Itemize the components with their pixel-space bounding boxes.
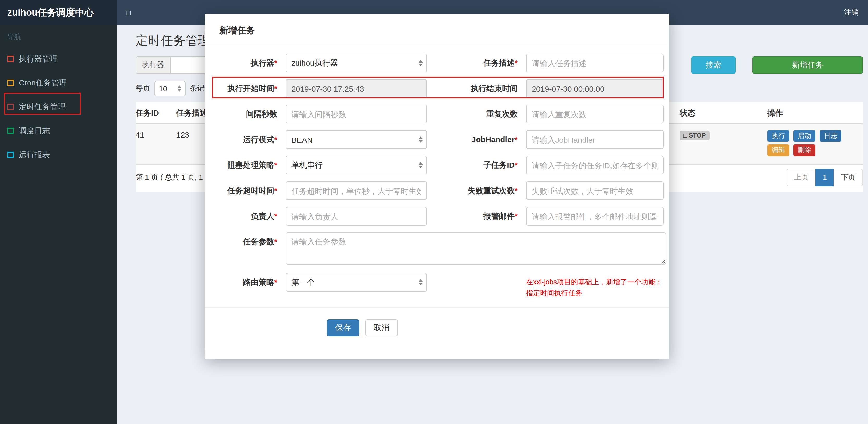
sidebar-item-label: 运行报表 <box>19 150 50 160</box>
feature-note: 在xxl-jobs项目的基础上，新增了一个功能： 指定时间执行任务 <box>526 273 670 298</box>
block-strategy-select-value: 单机串行 <box>291 160 323 170</box>
square-icon <box>7 128 13 134</box>
child-job-id-input[interactable] <box>526 156 664 174</box>
brand[interactable]: zuihou任务调度中心 <box>0 0 117 25</box>
feature-note-line-1: 在xxl-jobs项目的基础上，新增了一个功能： <box>526 276 670 288</box>
square-icon <box>7 104 13 110</box>
form-row-6: 任务超时时间* 失败重试次数* <box>205 181 670 200</box>
modal-footer: 保存 取消 <box>205 308 670 336</box>
interval-input[interactable] <box>286 105 427 124</box>
delete-button[interactable]: 删除 <box>794 144 815 156</box>
square-icon <box>7 80 13 86</box>
block-strategy-select[interactable]: 单机串行 <box>286 156 427 174</box>
add-task-button[interactable]: 新增任务 <box>752 56 863 74</box>
header-actions: 操作 <box>767 102 863 124</box>
route-strategy-select-value: 第一个 <box>291 278 315 287</box>
run-mode-label: 运行模式* <box>205 130 286 149</box>
fail-retry-label: 失败重试次数* <box>427 181 526 200</box>
save-button[interactable]: 保存 <box>327 319 359 336</box>
alarm-email-input[interactable] <box>526 207 664 226</box>
select-arrows-icon <box>418 136 423 143</box>
note-spacer <box>427 273 526 298</box>
job-desc-input[interactable] <box>526 54 664 72</box>
job-param-textarea[interactable] <box>286 232 666 265</box>
actions-line-1: 执行 启动 日志 <box>767 130 859 144</box>
repeat-count-label: 重复次数 <box>427 105 526 124</box>
search-button[interactable]: 搜索 <box>691 56 736 74</box>
header-status: 状态 <box>680 102 767 124</box>
sidebar-toggle-icon[interactable]: □ <box>126 8 131 17</box>
repeat-count-input[interactable] <box>526 105 664 124</box>
select-arrows-icon <box>418 279 423 286</box>
owner-input[interactable] <box>286 207 427 226</box>
jobhandler-input[interactable] <box>526 130 664 149</box>
run-mode-select-value: BEAN <box>291 135 313 144</box>
current-page-button[interactable]: 1 <box>815 168 834 186</box>
square-icon <box>7 56 13 62</box>
form-row-3: 间隔秒数 重复次数 <box>205 105 670 124</box>
logout-link[interactable]: 注销 <box>844 8 859 17</box>
form-row-7: 负责人* 报警邮件* <box>205 207 670 226</box>
select-arrows-icon <box>418 60 423 66</box>
form-row-1: 执行器* zuihou执行器 任务描述* <box>205 54 670 72</box>
child-job-id-label: 子任务ID* <box>427 156 526 174</box>
start-time-input[interactable] <box>286 79 427 98</box>
status-text: STOP <box>689 132 706 138</box>
feature-note-line-2: 指定时间执行任务 <box>526 288 670 298</box>
form-row-9: 路由策略* 第一个 在xxl-jobs项目的基础上，新增了一个功能： 指定时间执… <box>205 273 670 298</box>
timeout-input[interactable] <box>286 181 427 200</box>
run-mode-select[interactable]: BEAN <box>286 130 427 149</box>
edit-button[interactable]: 编辑 <box>767 144 789 156</box>
status-badge: □ STOP <box>680 131 709 140</box>
prev-page-button[interactable]: 上页 <box>787 168 816 186</box>
execute-button[interactable]: 执行 <box>767 130 789 142</box>
actions-line-2: 编辑 删除 <box>767 144 859 159</box>
per-page-value: 10 <box>159 85 167 93</box>
executor-label: 执行器* <box>205 54 286 72</box>
pager: 上页 1 下页 <box>787 168 863 186</box>
executor-select-value: zuihou执行器 <box>291 58 338 68</box>
route-strategy-select[interactable]: 第一个 <box>286 273 427 292</box>
cell-actions: 执行 启动 日志 编辑 删除 <box>767 124 863 164</box>
form-row-2: 执行开始时间* 执行结束时间 <box>205 79 670 98</box>
sidebar-menu: 执行器管理 Cron任务管理 定时任务管理 调度日志 运行报表 <box>0 47 117 167</box>
end-time-label: 执行结束时间 <box>427 79 526 98</box>
per-page-select[interactable]: 10 <box>154 81 186 96</box>
header-job-id: 任务ID <box>135 102 176 124</box>
next-page-button[interactable]: 下页 <box>834 168 863 186</box>
start-button[interactable]: 启动 <box>794 130 815 142</box>
job-param-label: 任务参数* <box>205 232 286 266</box>
interval-label: 间隔秒数 <box>205 105 286 124</box>
cell-status: □ STOP <box>680 124 767 164</box>
form-row-5: 阻塞处理策略* 单机串行 子任务ID* <box>205 156 670 174</box>
owner-label: 负责人* <box>205 207 286 226</box>
form-row-4: 运行模式* BEAN JobHandler* <box>205 130 670 149</box>
filter-buttons: 搜索 新增任务 <box>691 56 863 74</box>
alarm-email-label: 报警邮件* <box>427 207 526 226</box>
job-desc-label: 任务描述* <box>427 54 526 72</box>
cancel-button[interactable]: 取消 <box>366 319 398 336</box>
sidebar-item-label: 定时任务管理 <box>19 102 66 112</box>
app-root: zuihou任务调度中心 □ 注销 导航 执行器管理 Cron任务管理 定时任务… <box>0 0 868 424</box>
sidebar-item-dispatch-log[interactable]: 调度日志 <box>0 119 117 143</box>
form-row-8: 任务参数* <box>205 232 670 266</box>
sidebar: 导航 执行器管理 Cron任务管理 定时任务管理 调度日志 运行报表 <box>0 25 117 424</box>
sidebar-item-label: Cron任务管理 <box>19 78 67 88</box>
add-task-modal: 新增任务 执行器* zuihou执行器 任务描述* 执行开始时间* 执行结束时间 <box>205 14 670 359</box>
sidebar-item-cron-task[interactable]: Cron任务管理 <box>0 71 117 95</box>
log-button[interactable]: 日志 <box>820 130 842 142</box>
executor-select[interactable]: zuihou执行器 <box>286 54 427 72</box>
square-icon <box>7 152 13 158</box>
sidebar-item-executor-manage[interactable]: 执行器管理 <box>0 47 117 71</box>
jobhandler-label: JobHandler* <box>427 130 526 149</box>
executor-addon-label: 执行器 <box>135 56 170 74</box>
sidebar-section-label: 导航 <box>0 25 117 47</box>
sidebar-item-timed-task[interactable]: 定时任务管理 <box>0 95 117 119</box>
status-square-icon: □ <box>683 132 687 138</box>
block-strategy-label: 阻塞处理策略* <box>205 156 286 174</box>
sidebar-item-label: 调度日志 <box>19 126 50 136</box>
start-time-label: 执行开始时间* <box>205 79 286 98</box>
sidebar-item-run-report[interactable]: 运行报表 <box>0 143 117 167</box>
fail-retry-input[interactable] <box>526 181 664 200</box>
end-time-input[interactable] <box>526 79 664 98</box>
